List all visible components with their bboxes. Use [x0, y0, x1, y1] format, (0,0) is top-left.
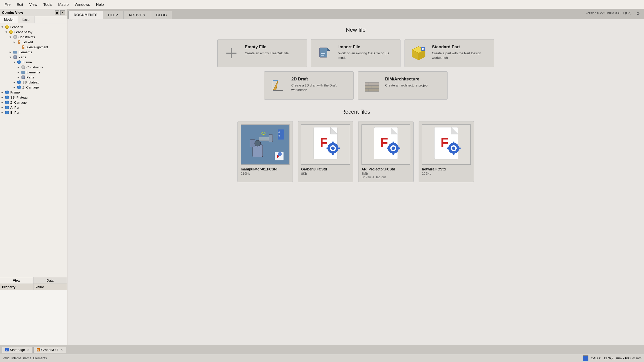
settings-gear-icon[interactable]: ⚙: [636, 11, 640, 16]
recent-file-size-manipulator: 219Kb: [241, 172, 290, 175]
ctab-help[interactable]: HELP: [103, 11, 123, 19]
tree-arrow-frame-constraints[interactable]: ►: [17, 66, 21, 69]
tree-arrow-ss-plateau[interactable]: ►: [13, 81, 17, 84]
menu-view[interactable]: View: [27, 1, 40, 8]
vd-tab-view[interactable]: View: [0, 277, 33, 284]
menu-file[interactable]: File: [2, 1, 13, 8]
tree-item-frame-parts[interactable]: ►Parts: [0, 75, 67, 80]
tree-item-a-part[interactable]: ►A_Part: [0, 105, 67, 110]
tree-arrow-z-carriage-root[interactable]: ►: [1, 101, 5, 104]
tree-item-elements[interactable]: ►Elements: [0, 50, 67, 55]
recent-files-grid: F 0,0 d d manipulator-01.FCStd 219Kb: [77, 121, 634, 182]
empty-file-icon: [223, 44, 240, 62]
recent-file-manipulator[interactable]: F 0,0 d d manipulator-01.FCStd 219Kb: [237, 121, 293, 182]
tree-arrow-b-part[interactable]: ►: [1, 111, 5, 114]
cad-dropdown-arrow[interactable]: ▼: [598, 357, 601, 359]
tab-model[interactable]: Model: [0, 16, 18, 23]
tree-item-b-part[interactable]: ►B_Part: [0, 110, 67, 115]
page-tab-graberi3-close[interactable]: ✕: [61, 348, 63, 351]
menu-tools[interactable]: Tools: [41, 1, 55, 8]
tree-item-frame-root[interactable]: ►Frame: [0, 90, 67, 95]
recent-file-author-ar-projector: Dr Paul J. Tadrous: [361, 175, 410, 179]
ctab-documents[interactable]: DOCUMENTS: [68, 11, 103, 19]
2d-draft-title: 2D Draft: [291, 77, 348, 82]
tree-arrow-locked[interactable]: ►: [13, 41, 17, 43]
bim-architecture-card[interactable]: BIM/Architecture Create an architecture …: [358, 71, 448, 100]
menu-edit[interactable]: Edit: [14, 1, 26, 8]
combo-btn-2[interactable]: ✕: [60, 10, 65, 15]
tree-item-graberi3[interactable]: ▼Graberi3: [0, 24, 67, 29]
tree-icon-axial-alignment: [21, 45, 26, 49]
svg-rect-75: [392, 153, 394, 155]
tree-arrow-z-carriage[interactable]: ►: [13, 86, 17, 89]
page-tab-start[interactable]: S Start page ✕: [2, 347, 32, 353]
tree-item-z-carriage[interactable]: ►Z_Carriage: [0, 85, 67, 90]
empty-file-card[interactable]: Empty File Create an empty FreeCAD file: [217, 39, 307, 67]
property-header: Property Value: [0, 284, 67, 290]
recent-file-graberi3[interactable]: F Graberi3.FCStd 8Kb: [298, 121, 353, 182]
tree-arrow-constraints[interactable]: ▼: [9, 36, 13, 38]
tree-item-parts[interactable]: ▼Parts: [0, 55, 67, 60]
recent-file-thumb-hotwire: F: [422, 124, 471, 165]
recent-file-ar-projector[interactable]: F AR_Projector.FCStd 8Mb Dr Paul J. Tadr…: [358, 121, 414, 182]
tree-item-frame-constraints[interactable]: ►Constraints: [0, 65, 67, 70]
tree-arrow-elements[interactable]: ►: [9, 51, 13, 54]
tree-arrow-frame-parts[interactable]: ►: [17, 76, 21, 79]
tree-item-locked[interactable]: ►Locked: [0, 39, 67, 44]
start-page-content: New file Empty File Create an empty Free…: [67, 19, 644, 354]
tree-arrow-ss-plateau-root[interactable]: ►: [1, 96, 5, 99]
combo-btn-1[interactable]: ▣: [55, 10, 59, 15]
tree-item-ss-plateau[interactable]: ►SS_plateau: [0, 80, 67, 85]
tree-item-graber-assy[interactable]: ▼Graber Assy: [0, 29, 67, 34]
second-row-grid: 2D Draft Create a 2D draft with the Draf…: [264, 71, 448, 100]
tree-view: ▼Graberi3▼Graber Assy▼Constraints►Locked…: [0, 23, 67, 277]
tree-arrow-frame-root[interactable]: ►: [1, 91, 5, 94]
tree-icon-frame-parts: [21, 75, 26, 79]
tree-item-frame[interactable]: ▼Frame: [0, 60, 67, 65]
vd-tab-data[interactable]: Data: [33, 277, 67, 284]
page-tab-start-close[interactable]: ✕: [27, 348, 29, 351]
import-file-card[interactable]: Import File Work on an existing CAD file…: [311, 39, 400, 67]
tree-item-frame-elements[interactable]: ►Elements: [0, 70, 67, 75]
standard-part-card[interactable]: P Standard Part Create a part with the P…: [405, 39, 494, 67]
color-swatch[interactable]: [583, 355, 588, 361]
svg-point-51: [278, 152, 282, 156]
tree-label-frame-root: Frame: [10, 90, 20, 94]
tree-arrow-frame[interactable]: ▼: [13, 61, 17, 64]
svg-marker-15: [5, 101, 9, 104]
svg-text:F: F: [320, 135, 328, 150]
tree-arrow-parts[interactable]: ▼: [9, 56, 13, 59]
tree-icon-graberi3: [5, 25, 10, 29]
svg-rect-66: [338, 148, 340, 149]
recent-file-hotwire[interactable]: F hotwire.FCStd 222Kb: [419, 121, 474, 182]
tree-label-a-part: A_Part: [10, 106, 20, 109]
tree-item-z-carriage-root[interactable]: ►Z_Carriage: [0, 100, 67, 105]
tree-item-constraints[interactable]: ▼Constraints: [0, 34, 67, 39]
svg-marker-17: [5, 111, 9, 114]
svg-rect-64: [332, 153, 334, 155]
bottom-bar: Valid, Internal name: Elements CAD ▼ 117…: [0, 354, 644, 362]
tree-arrow-graber-assy[interactable]: ▼: [5, 31, 9, 33]
ctab-blog[interactable]: BLOG: [151, 11, 172, 19]
combo-view-buttons: ▣ ✕: [55, 10, 65, 15]
bottom-right: CAD ▼ 1176,93 mm x 698,73 mm: [583, 355, 641, 361]
ctab-activity[interactable]: ACTIVITY: [123, 11, 151, 19]
tree-arrow-frame-elements[interactable]: ►: [17, 71, 21, 74]
menu-help[interactable]: Help: [94, 1, 106, 8]
tree-label-ss-plateau-root: SS_Plateau: [10, 96, 28, 99]
tree-icon-frame-root: [5, 90, 10, 94]
svg-rect-88: [459, 148, 461, 149]
svg-text:S: S: [6, 349, 7, 351]
2d-draft-card[interactable]: 2D Draft Create a 2D draft with the Draf…: [264, 71, 354, 100]
tree-arrow-graberi3[interactable]: ▼: [1, 26, 5, 28]
tab-tasks[interactable]: Tasks: [18, 16, 34, 23]
menu-windows[interactable]: Windows: [72, 1, 93, 8]
import-file-description: Work on an existing CAD file or 3D model: [338, 51, 395, 60]
tree-item-axial-alignment[interactable]: AxialAlignment: [0, 44, 67, 50]
tree-label-b-part: B_Part: [10, 111, 20, 114]
standard-part-title: Standard Part: [432, 44, 489, 50]
page-tab-graberi3[interactable]: G Graberi3 : 1 ✕: [33, 347, 66, 353]
tree-arrow-a-part[interactable]: ►: [1, 106, 5, 109]
tree-item-ss-plateau-root[interactable]: ►SS_Plateau: [0, 95, 67, 100]
menu-macro[interactable]: Macro: [56, 1, 71, 8]
